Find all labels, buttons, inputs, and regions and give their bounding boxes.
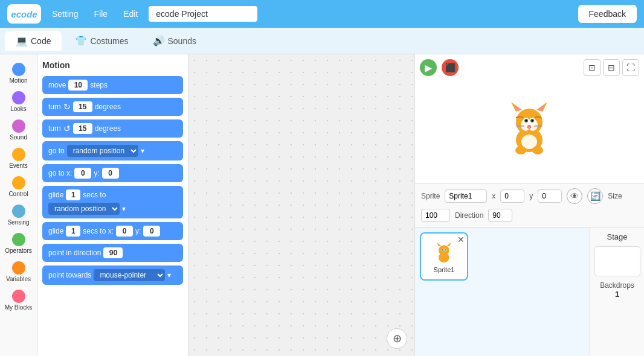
sidebar-item-looks[interactable]: Looks [0,87,37,116]
sidebar-item-motion[interactable]: Motion [0,59,37,87]
counterclockwise-icon: ↺ [63,124,71,133]
operators-label: Operators [5,247,31,254]
block-move[interactable]: move steps [42,76,183,94]
svg-point-12 [526,119,527,121]
menu-edit[interactable]: Edit [118,7,143,21]
menu-setting[interactable]: Setting [47,7,83,21]
sprite-info-bar: Sprite x y 👁 🔄 Size Direction [415,183,644,227]
backdrops-label: Backdrops [600,281,634,290]
block-glide-xy-x[interactable] [116,226,133,237]
sprite-size-input[interactable] [421,209,450,222]
sprite-thumbnail [432,240,456,264]
zoom-button[interactable]: ⊕ [387,328,407,349]
block-point-towards-select[interactable]: mouse-pointer random position [94,269,165,281]
block-point-towards[interactable]: point towards mouse-pointer random posit… [42,265,183,285]
block-turn-ccw-label: turn [48,124,61,133]
tab-code[interactable]: 💻 Code [5,31,62,51]
menu-file[interactable]: File [89,7,113,21]
sidebar-item-operators[interactable]: Operators [0,229,37,258]
sprite-list-area: ✕ Sprite1 [415,227,590,356]
stage-sidebar-label: Stage [607,232,628,241]
block-turn-cw-degrees[interactable] [73,101,92,112]
block-point-dir-label: point in direction [48,249,101,257]
block-point-dir-value[interactable] [103,247,123,258]
block-glide-pos-select[interactable]: random position mouse-pointer [48,203,120,215]
sprite-direction-input[interactable] [488,209,512,222]
block-turn-ccw-degrees[interactable] [73,123,92,134]
script-area[interactable]: ⊕ [188,54,414,356]
control-dot [12,176,25,189]
project-name-input[interactable] [149,6,257,22]
svg-point-14 [527,125,531,127]
tab-sounds-label: Sounds [168,36,196,46]
block-glide-pos-secs[interactable] [66,189,80,200]
sidebar-item-events[interactable]: Events [0,144,37,173]
size-label: Size [608,192,622,200]
tab-sounds[interactable]: 🔊 Sounds [142,31,207,51]
svg-point-28 [445,249,446,250]
block-goto-select[interactable]: random position mouse-pointer [67,145,138,157]
sprite-y-input[interactable] [538,189,562,203]
stage-thumbnail[interactable] [594,246,640,276]
block-turn-ccw-suffix: degrees [95,124,121,133]
block-glide-xy-label: glide [48,227,63,235]
block-turn-cw-label: turn [48,103,61,111]
block-glide-xy-secs[interactable] [66,226,80,237]
block-move-label: move [48,81,66,89]
sounds-tab-icon: 🔊 [153,35,165,46]
normal-stage-button[interactable]: ⊟ [603,59,620,76]
stage-sidebar: Stage Backdrops 1 [590,227,644,356]
block-move-suffix: steps [90,81,108,89]
visibility-toggle[interactable]: 👁 [567,188,582,204]
code-tab-icon: 💻 [16,35,28,46]
sprite-x-input[interactable] [500,189,524,203]
block-glide-pos[interactable]: glide secs to random position mouse-poin… [42,186,183,218]
y-label: y [529,192,533,200]
tab-code-label: Code [31,36,51,46]
sensing-dot [12,205,25,218]
block-move-steps[interactable] [68,80,88,91]
sprite-card-sprite1[interactable]: ✕ Sprite1 [420,232,468,281]
block-goto-x[interactable] [74,168,91,179]
block-glide-pos-label: glide [48,191,63,199]
looks-label: Looks [10,106,27,112]
block-turn-cw[interactable]: turn ↻ degrees [42,98,183,116]
small-stage-button[interactable]: ⊡ [584,59,601,76]
sidebar-item-sound[interactable]: Sound [0,116,37,144]
motion-label: Motion [9,77,27,84]
control-label: Control [8,191,28,197]
block-glide-xy-y[interactable] [143,226,160,237]
green-flag-button[interactable]: ▶ [420,59,437,76]
block-goto[interactable]: go to random position mouse-pointer ▾ [42,141,183,161]
svg-point-21 [532,146,543,154]
block-turn-ccw[interactable]: turn ↺ degrees [42,119,183,138]
stage-view-buttons: ⊡ ⊟ ⛶ [584,59,639,76]
sprite-name-input[interactable] [445,189,487,203]
looks-dot [12,91,25,104]
sidebar-item-sensing[interactable]: Sensing [0,201,37,229]
motion-dot [12,63,25,76]
block-goto-xy[interactable]: go to x: y: [42,164,183,182]
block-goto-xy-label: go to x: [48,169,72,177]
fullscreen-button[interactable]: ⛶ [622,59,639,76]
sensing-label: Sensing [7,219,29,226]
block-glide-xy[interactable]: glide secs to x: y: [42,222,183,240]
sidebar-item-variables[interactable]: Variables [0,258,37,286]
sidebar-item-control[interactable]: Control [0,173,37,201]
operators-dot [12,233,25,246]
myblocks-dot [12,290,25,303]
sidebar-item-myblocks[interactable]: My Blocks [0,286,37,314]
costumes-tab-icon: 👕 [75,35,87,46]
feedback-button[interactable]: Feedback [578,5,637,23]
sprite-tiger [504,95,555,155]
zoom-icon: ⊕ [393,332,402,345]
block-turn-cw-suffix: degrees [95,103,121,111]
tab-costumes-label: Costumes [90,36,128,46]
rotation-toggle[interactable]: 🔄 [587,188,603,204]
sprite-delete-icon[interactable]: ✕ [457,235,465,244]
myblocks-label: My Blocks [5,304,33,311]
block-goto-y[interactable] [102,168,119,179]
stop-button[interactable]: ⬛ [442,59,459,76]
tab-costumes[interactable]: 👕 Costumes [64,31,139,51]
block-point-dir[interactable]: point in direction [42,244,183,262]
